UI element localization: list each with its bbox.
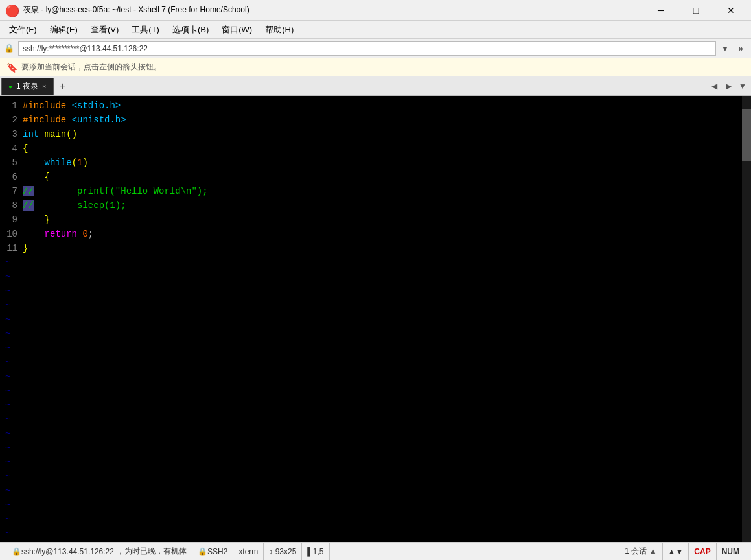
cap-indicator: CAP <box>694 547 710 556</box>
code-line: 7 // printf("Hello World\n"); <box>0 184 742 198</box>
status-size-section: ↕ 93x25 <box>264 542 302 560</box>
menu-bar: 文件(F) 编辑(E) 查看(V) 工具(T) 选项卡(B) 窗口(W) 帮助(… <box>0 21 751 39</box>
app-icon: 🔴 <box>5 4 18 17</box>
tilde-line: ~ <box>0 384 742 398</box>
status-num-section: NUM <box>717 542 745 560</box>
tilde-lines: ~~~~~~~~~~~~~~~~~~~~~~ <box>0 255 742 542</box>
tilde-line: ~ <box>0 270 742 284</box>
session-tab-1[interactable]: ● 1 夜泉 × <box>1 78 54 95</box>
tilde-line: ~ <box>0 426 742 441</box>
tab-label: 1 夜泉 <box>16 81 38 92</box>
close-button[interactable]: ✕ <box>716 0 746 21</box>
tilde-line: ~ <box>0 455 742 469</box>
title-bar-text: 夜泉 - ly@hcss-ecs-0f5a: ~/test - Xshell 7… <box>23 5 646 16</box>
scroll-thumb[interactable] <box>742 109 751 161</box>
code-line: 8 // sleep(1); <box>0 198 742 213</box>
menu-tools[interactable]: 工具(T) <box>125 21 166 38</box>
bookmark-icon: 🔖 <box>6 62 17 73</box>
tilde-line: ~ <box>0 512 742 526</box>
tilde-line: ~ <box>0 526 742 541</box>
tab-close-button[interactable]: × <box>42 82 46 90</box>
maximize-button[interactable]: □ <box>681 0 711 21</box>
code-line: 3 int main() <box>0 127 742 141</box>
tab-nav-left[interactable]: ◀ <box>707 79 721 93</box>
tilde-line: ~ <box>0 255 742 270</box>
tilde-line: ~ <box>0 298 742 312</box>
status-ssh-section: 🔒 ssh://ly@113.44.51.126:22 ， 为时已晚，有机体 <box>6 542 192 560</box>
menu-view[interactable]: 查看(V) <box>84 21 125 38</box>
nav-up-button[interactable]: ▲ <box>668 547 676 556</box>
tab-nav-menu[interactable]: ▼ <box>735 79 750 93</box>
status-size: ↕ 93x25 <box>269 547 296 556</box>
tilde-line: ~ <box>0 484 742 498</box>
status-sessions-section: 1 会话 ▲ <box>619 542 662 560</box>
dropdown-button[interactable]: ▼ <box>719 42 732 55</box>
code-line: 4 { <box>0 141 742 156</box>
status-sessions-label: 1 会话 ▲ <box>625 546 656 557</box>
extra-panel-button[interactable]: » <box>734 42 747 55</box>
tab-status-dot: ● <box>8 83 12 90</box>
nav-down-button[interactable]: ▼ <box>675 547 683 556</box>
menu-window[interactable]: 窗口(W) <box>215 21 259 38</box>
status-separator: ， <box>117 546 124 557</box>
tilde-line: ~ <box>0 284 742 298</box>
tilde-line: ~ <box>0 398 742 412</box>
status-cursor: ▌1,5 <box>307 547 323 556</box>
scrollbar[interactable] <box>742 96 751 542</box>
num-indicator: NUM <box>722 547 739 556</box>
code-line: 10 return 0; <box>0 227 742 241</box>
tilde-line: ~ <box>0 355 742 369</box>
new-tab-button[interactable]: + <box>55 78 71 94</box>
status-ssh-address: ssh://ly@113.44.51.126:22 <box>21 547 114 556</box>
status-protocol: SSH2 <box>207 547 227 556</box>
tilde-line: ~ <box>0 341 742 355</box>
terminal-wrapper: 1 #include <stdio.h> 2 #include <unistd.… <box>0 96 751 542</box>
status-cursor-section: ▌1,5 <box>302 542 329 560</box>
tilde-line: ~ <box>0 412 742 426</box>
menu-help[interactable]: 帮助(H) <box>259 21 300 38</box>
code-line: 9 } <box>0 213 742 227</box>
lock-icon: 🔒 <box>4 43 14 53</box>
info-bar-text: 要添加当前会话，点击左侧的箭头按钮。 <box>21 62 161 73</box>
status-protocol-section: 🔒 SSH2 <box>192 542 233 560</box>
title-bar-controls: ─ □ ✕ <box>646 0 746 21</box>
code-line: 11 } <box>0 241 742 255</box>
tab-nav-right[interactable]: ▶ <box>721 79 735 93</box>
status-terminal-section: xterm <box>233 542 264 560</box>
code-line: 1 #include <stdio.h> <box>0 99 742 113</box>
code-line: 2 #include <unistd.h> <box>0 113 742 127</box>
tilde-line: ~ <box>0 312 742 327</box>
status-cap-section: CAP <box>689 542 716 560</box>
sessions-up-arrow: ▲ <box>649 546 657 555</box>
tilde-line: ~ <box>0 498 742 512</box>
title-bar: 🔴 夜泉 - ly@hcss-ecs-0f5a: ~/test - Xshell… <box>0 0 751 21</box>
menu-tabs[interactable]: 选项卡(B) <box>166 21 215 38</box>
info-bar: 🔖 要添加当前会话，点击左侧的箭头按钮。 <box>0 58 751 76</box>
toolbar: 🔒 ▼ » <box>0 39 751 58</box>
tilde-line: ~ <box>0 541 742 542</box>
tilde-line: ~ <box>0 327 742 341</box>
status-status-text: 为时已晚，有机体 <box>124 546 187 557</box>
code-line: 6 { <box>0 170 742 184</box>
status-ssh2-icon: 🔒 <box>198 547 207 556</box>
tilde-line: ~ <box>0 441 742 455</box>
status-nav-buttons[interactable]: ▲ ▼ <box>663 542 689 560</box>
tilde-line: ~ <box>0 469 742 484</box>
status-lock-icon: 🔒 <box>12 547 21 556</box>
ssh-address-input[interactable] <box>18 41 716 56</box>
menu-file[interactable]: 文件(F) <box>3 21 43 38</box>
code-line: 5 while(1) <box>0 156 742 170</box>
tab-bar: ● 1 夜泉 × + ◀ ▶ ▼ <box>0 76 751 96</box>
minimize-button[interactable]: ─ <box>646 0 676 21</box>
status-terminal: xterm <box>238 547 258 556</box>
terminal[interactable]: 1 #include <stdio.h> 2 #include <unistd.… <box>0 96 742 542</box>
menu-edit[interactable]: 编辑(E) <box>43 21 84 38</box>
tilde-line: ~ <box>0 369 742 384</box>
app-status-bar: 🔒 ssh://ly@113.44.51.126:22 ， 为时已晚，有机体 🔒… <box>0 542 751 560</box>
